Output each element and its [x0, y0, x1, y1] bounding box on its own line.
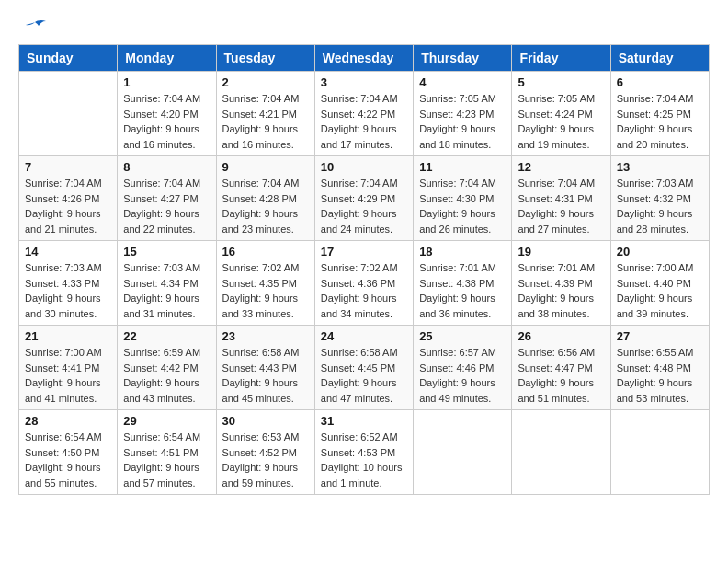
day-number: 13: [617, 160, 703, 174]
daylight-text: Daylight: 9 hours and 26 minutes.: [419, 206, 506, 236]
sunset-text: Sunset: 4:46 PM: [419, 361, 506, 376]
day-info: Sunrise: 7:04 AM Sunset: 4:27 PM Dayligh…: [123, 176, 210, 236]
daylight-text: Daylight: 9 hours and 57 minutes.: [123, 460, 210, 490]
logo: [18, 18, 48, 35]
day-number: 16: [222, 245, 309, 259]
sunrise-text: Sunrise: 6:57 AM: [419, 345, 506, 361]
day-number: 2: [222, 75, 309, 89]
sunrise-text: Sunrise: 7:01 AM: [518, 260, 604, 276]
calendar-cell: [512, 410, 610, 495]
sunrise-text: Sunrise: 7:04 AM: [123, 176, 210, 191]
day-info: Sunrise: 6:54 AM Sunset: 4:50 PM Dayligh…: [25, 430, 111, 490]
sunset-text: Sunset: 4:20 PM: [123, 107, 210, 122]
weekday-header-tuesday: Tuesday: [216, 45, 314, 72]
calendar-week-1: 1 Sunrise: 7:04 AM Sunset: 4:20 PM Dayli…: [19, 72, 710, 156]
day-info: Sunrise: 7:04 AM Sunset: 4:31 PM Dayligh…: [518, 176, 604, 236]
sunset-text: Sunset: 4:36 PM: [321, 276, 407, 292]
page-header: [18, 18, 710, 35]
daylight-text: Daylight: 10 hours and 1 minute.: [321, 460, 407, 490]
sunrise-text: Sunrise: 7:04 AM: [518, 176, 604, 191]
day-number: 8: [123, 160, 210, 174]
day-number: 22: [123, 329, 210, 343]
day-info: Sunrise: 6:52 AM Sunset: 4:53 PM Dayligh…: [321, 430, 407, 490]
sunset-text: Sunset: 4:29 PM: [321, 191, 407, 207]
sunset-text: Sunset: 4:50 PM: [25, 445, 111, 461]
sunset-text: Sunset: 4:27 PM: [123, 191, 210, 207]
day-number: 15: [123, 245, 210, 259]
day-number: 6: [617, 75, 703, 89]
day-info: Sunrise: 7:03 AM Sunset: 4:33 PM Dayligh…: [25, 260, 111, 321]
sunrise-text: Sunrise: 7:03 AM: [123, 260, 210, 276]
calendar-cell: 2 Sunrise: 7:04 AM Sunset: 4:21 PM Dayli…: [216, 72, 314, 156]
weekday-header-saturday: Saturday: [610, 45, 709, 72]
day-info: Sunrise: 6:59 AM Sunset: 4:42 PM Dayligh…: [123, 345, 210, 406]
weekday-header-wednesday: Wednesday: [314, 45, 413, 72]
sunset-text: Sunset: 4:31 PM: [518, 191, 604, 207]
daylight-text: Daylight: 9 hours and 31 minutes.: [123, 291, 210, 321]
day-info: Sunrise: 7:05 AM Sunset: 4:23 PM Dayligh…: [419, 91, 506, 152]
sunset-text: Sunset: 4:26 PM: [25, 191, 111, 207]
daylight-text: Daylight: 9 hours and 38 minutes.: [518, 291, 604, 321]
sunset-text: Sunset: 4:25 PM: [617, 107, 703, 122]
daylight-text: Daylight: 9 hours and 30 minutes.: [25, 291, 111, 321]
day-number: 4: [419, 75, 506, 89]
daylight-text: Daylight: 9 hours and 23 minutes.: [222, 206, 309, 236]
day-info: Sunrise: 7:04 AM Sunset: 4:29 PM Dayligh…: [321, 176, 407, 236]
day-info: Sunrise: 7:01 AM Sunset: 4:39 PM Dayligh…: [518, 260, 604, 321]
day-number: 20: [617, 245, 703, 259]
day-info: Sunrise: 7:04 AM Sunset: 4:26 PM Dayligh…: [25, 176, 111, 236]
daylight-text: Daylight: 9 hours and 22 minutes.: [123, 206, 210, 236]
sunrise-text: Sunrise: 7:05 AM: [518, 91, 604, 107]
sunset-text: Sunset: 4:39 PM: [518, 276, 604, 292]
sunrise-text: Sunrise: 6:52 AM: [321, 430, 407, 445]
calendar-cell: 14 Sunrise: 7:03 AM Sunset: 4:33 PM Dayl…: [19, 241, 118, 326]
calendar-cell: 26 Sunrise: 6:56 AM Sunset: 4:47 PM Dayl…: [512, 326, 610, 410]
day-info: Sunrise: 6:57 AM Sunset: 4:46 PM Dayligh…: [419, 345, 506, 406]
calendar-cell: 22 Sunrise: 6:59 AM Sunset: 4:42 PM Dayl…: [118, 326, 216, 410]
daylight-text: Daylight: 9 hours and 19 minutes.: [518, 121, 604, 152]
calendar-week-4: 21 Sunrise: 7:00 AM Sunset: 4:41 PM Dayl…: [19, 326, 710, 410]
calendar-header-row: SundayMondayTuesdayWednesdayThursdayFrid…: [19, 45, 710, 72]
sunrise-text: Sunrise: 6:58 AM: [321, 345, 407, 361]
calendar-cell: 9 Sunrise: 7:04 AM Sunset: 4:28 PM Dayli…: [216, 156, 314, 241]
sunrise-text: Sunrise: 7:04 AM: [123, 91, 210, 107]
daylight-text: Daylight: 9 hours and 36 minutes.: [419, 291, 506, 321]
day-number: 23: [222, 329, 309, 343]
day-number: 31: [321, 414, 407, 428]
sunrise-text: Sunrise: 7:04 AM: [321, 91, 407, 107]
daylight-text: Daylight: 9 hours and 55 minutes.: [25, 460, 111, 490]
sunrise-text: Sunrise: 6:55 AM: [617, 345, 703, 361]
calendar-table: SundayMondayTuesdayWednesdayThursdayFrid…: [18, 44, 710, 495]
calendar-cell: 30 Sunrise: 6:53 AM Sunset: 4:52 PM Dayl…: [216, 410, 314, 495]
calendar-cell: 25 Sunrise: 6:57 AM Sunset: 4:46 PM Dayl…: [414, 326, 512, 410]
daylight-text: Daylight: 9 hours and 49 minutes.: [419, 375, 506, 406]
day-number: 12: [518, 160, 604, 174]
day-info: Sunrise: 7:04 AM Sunset: 4:20 PM Dayligh…: [123, 91, 210, 152]
calendar-cell: 23 Sunrise: 6:58 AM Sunset: 4:43 PM Dayl…: [216, 326, 314, 410]
sunset-text: Sunset: 4:53 PM: [321, 445, 407, 461]
calendar-cell: 16 Sunrise: 7:02 AM Sunset: 4:35 PM Dayl…: [216, 241, 314, 326]
daylight-text: Daylight: 9 hours and 16 minutes.: [123, 121, 210, 152]
sunset-text: Sunset: 4:38 PM: [419, 276, 506, 292]
calendar-cell: 7 Sunrise: 7:04 AM Sunset: 4:26 PM Dayli…: [19, 156, 118, 241]
sunrise-text: Sunrise: 7:03 AM: [25, 260, 111, 276]
daylight-text: Daylight: 9 hours and 34 minutes.: [321, 291, 407, 321]
logo-bird-icon: [22, 18, 48, 39]
daylight-text: Daylight: 9 hours and 33 minutes.: [222, 291, 309, 321]
sunset-text: Sunset: 4:41 PM: [25, 361, 111, 376]
sunrise-text: Sunrise: 7:03 AM: [617, 176, 703, 191]
sunset-text: Sunset: 4:30 PM: [419, 191, 506, 207]
weekday-header-sunday: Sunday: [19, 45, 118, 72]
calendar-cell: 11 Sunrise: 7:04 AM Sunset: 4:30 PM Dayl…: [414, 156, 512, 241]
sunrise-text: Sunrise: 7:04 AM: [321, 176, 407, 191]
day-info: Sunrise: 7:02 AM Sunset: 4:36 PM Dayligh…: [321, 260, 407, 321]
daylight-text: Daylight: 9 hours and 18 minutes.: [419, 121, 506, 152]
day-info: Sunrise: 7:04 AM Sunset: 4:28 PM Dayligh…: [222, 176, 309, 236]
daylight-text: Daylight: 9 hours and 59 minutes.: [222, 460, 309, 490]
weekday-header-monday: Monday: [118, 45, 216, 72]
calendar-cell: 24 Sunrise: 6:58 AM Sunset: 4:45 PM Dayl…: [314, 326, 413, 410]
sunset-text: Sunset: 4:43 PM: [222, 361, 309, 376]
day-number: 28: [25, 414, 111, 428]
sunrise-text: Sunrise: 6:56 AM: [518, 345, 604, 361]
daylight-text: Daylight: 9 hours and 43 minutes.: [123, 375, 210, 406]
